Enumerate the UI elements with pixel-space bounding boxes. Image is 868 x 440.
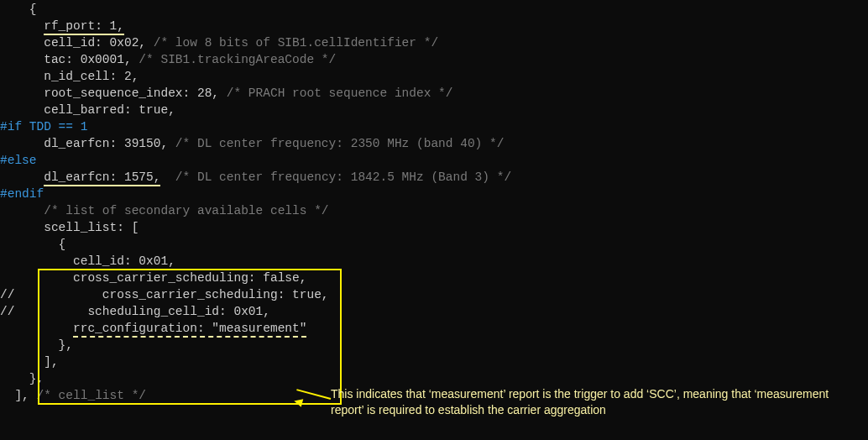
code-line: }, [0, 370, 868, 387]
code-line: }, [0, 337, 868, 354]
code-line: ], [0, 354, 868, 370]
code-line: cell_id: 0x01, [0, 253, 868, 270]
comment: /* DL center frequency: 2350 MHz (band 4… [175, 137, 505, 150]
code-line-commented: // scheduling_cell_id: 0x01, [0, 303, 868, 320]
code-line: tac: 0x0001, /* SIB1.trackingAreaCode */ [0, 51, 868, 68]
indent [0, 19, 44, 33]
comment: /* SIB1.trackingAreaCode */ [139, 53, 336, 66]
cell-list-close: ], [0, 389, 37, 402]
root-seq-text: root_sequence_index: 28, [0, 86, 227, 100]
code-line: root_sequence_index: 28, /* PRACH root s… [0, 85, 868, 102]
code-line: cell_id: 0x02, /* low 8 bits of SIB1.cel… [0, 34, 868, 51]
code-line: dl_earfcn: 1575, /* DL center frequency:… [0, 169, 868, 186]
indent [0, 322, 73, 335]
code-line: cross_carrier_scheduling: false, [0, 270, 868, 286]
code-line: rrc_configuration: "measurement" [0, 320, 868, 337]
comment: /* cell_list */ [37, 389, 147, 402]
rrc-config-underlined: rrc_configuration: "measurement" [73, 322, 306, 338]
code-line: { [0, 236, 868, 253]
comment: /* DL center frequency: 1842.5 MHz (Band… [175, 170, 511, 184]
code-line: rf_port: 1, [0, 18, 868, 34]
dl-earfcn-tdd: dl_earfcn: 39150, [0, 137, 175, 150]
comment: /* list of secondary available cells */ [44, 204, 328, 217]
preprocessor-else: #else [0, 152, 868, 169]
tac-text: tac: 0x0001, [0, 53, 139, 66]
code-line-commented: // cross_carrier_scheduling: true, [0, 286, 868, 303]
comment: /* low 8 bits of SIB1.cellIdentifier */ [154, 36, 438, 50]
preprocessor-endif: #endif [0, 186, 868, 202]
dl-earfcn-underlined: dl_earfcn: 1575, [44, 170, 160, 186]
comment: /* PRACH root sequence index */ [227, 86, 453, 100]
code-line: n_id_cell: 2, [0, 68, 868, 85]
indent [0, 204, 44, 217]
code-line: cell_barred: true, [0, 102, 868, 118]
scell-list-open: scell_list: [ [0, 219, 868, 236]
annotation-text: This indicates that ‘measurement’ report… [331, 386, 843, 418]
rf-port-underlined: rf_port: 1, [44, 19, 124, 35]
cell-id-text: cell_id: 0x02, [0, 36, 154, 50]
preprocessor-if: #if TDD == 1 [0, 118, 868, 135]
indent [0, 170, 44, 184]
code-line: /* list of secondary available cells */ [0, 202, 868, 219]
code-line: dl_earfcn: 39150, /* DL center frequency… [0, 135, 868, 152]
code-line: { [0, 1, 868, 18]
gap [160, 170, 175, 184]
